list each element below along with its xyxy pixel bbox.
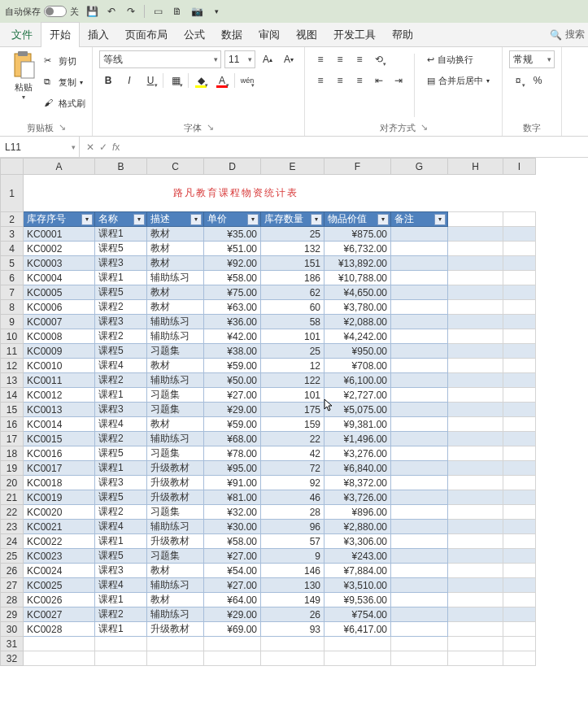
cut-button[interactable]: ✂剪切 [44,52,85,70]
paste-button[interactable]: 粘贴 ▾ [7,50,41,120]
cell[interactable] [503,578,536,593]
cell[interactable]: 课程3 [95,476,147,490]
cell[interactable]: ¥6,417.00 [324,622,391,637]
cell[interactable]: 101 [261,388,324,403]
cell[interactable]: 课程1 [95,534,147,549]
cell[interactable] [448,256,503,271]
indent-decrease-button[interactable]: ⇤ [370,72,388,89]
cell[interactable]: ¥51.00 [204,242,261,256]
search-box[interactable]: 🔍 搜索 [550,28,585,41]
indent-increase-button[interactable]: ⇥ [390,72,407,89]
font-dialog-launcher[interactable]: ↘ [207,122,214,134]
select-all-corner[interactable] [1,159,24,175]
row-header[interactable]: 18 [1,446,24,461]
cell[interactable]: KC0004 [24,271,95,285]
cell[interactable]: KC0026 [24,593,95,607]
cell[interactable]: 辅助练习 [147,315,204,329]
cell[interactable]: ¥9,536.00 [324,593,391,607]
cell[interactable]: 课程2 [95,329,147,344]
number-format-combo[interactable]: 常规 [509,50,555,68]
cell[interactable] [391,564,448,578]
cell[interactable] [204,637,261,651]
increase-font-button[interactable]: A▴ [259,50,277,68]
filter-button[interactable]: ▾ [311,214,322,225]
cell[interactable]: ¥27.00 [204,388,261,403]
cell[interactable]: KC0017 [24,461,95,476]
cell[interactable]: ¥36.00 [204,315,261,329]
align-bottom-button[interactable]: ≡ [351,50,368,68]
cell[interactable]: KC0002 [24,242,95,256]
worksheet-grid[interactable]: A B C D E F G H I 1路凡教育课程物资统计表2库存序号▾名称▾描… [0,158,588,701]
cell[interactable]: 课程1 [95,388,147,403]
cell[interactable]: KC0016 [24,446,95,461]
cell[interactable]: 72 [261,461,324,476]
cell[interactable]: KC0028 [24,622,95,637]
cell[interactable]: ¥10,788.00 [324,271,391,285]
cell[interactable]: ¥29.00 [204,607,261,622]
row-header[interactable]: 28 [1,593,24,607]
cell[interactable]: KC0027 [24,607,95,622]
cell[interactable]: 课程2 [95,300,147,315]
cell[interactable] [448,227,503,242]
row-header[interactable]: 24 [1,534,24,549]
cell[interactable] [391,359,448,373]
cell[interactable] [391,578,448,593]
cell[interactable]: ¥7,884.00 [324,564,391,578]
touch-icon[interactable]: ▭ [151,5,164,18]
cell[interactable]: ¥81.00 [204,490,261,505]
wrap-text-button[interactable]: ↩自动换行 [421,50,495,68]
row-header[interactable]: 9 [1,315,24,329]
cell[interactable]: 教材 [147,242,204,256]
cell[interactable]: ¥29.00 [204,403,261,417]
cell[interactable] [448,359,503,373]
cell[interactable]: 96 [261,520,324,534]
row-header[interactable]: 11 [1,344,24,359]
cell[interactable] [448,403,503,417]
cell[interactable]: KC0008 [24,329,95,344]
cancel-formula-button[interactable]: ✕ [86,142,94,153]
cell[interactable]: ¥92.00 [204,256,261,271]
cell[interactable]: ¥91.00 [204,476,261,490]
filter-button[interactable]: ▾ [377,214,389,225]
clipboard-dialog-launcher[interactable]: ↘ [59,122,66,134]
cell[interactable]: 习题集 [147,344,204,359]
cell[interactable]: 课程5 [95,549,147,564]
cell[interactable] [391,651,448,666]
cell[interactable]: KC0012 [24,388,95,403]
cell[interactable]: ¥950.00 [324,344,391,359]
cell[interactable] [503,549,536,564]
cell[interactable]: ¥32.00 [204,505,261,520]
cell[interactable]: ¥3,306.00 [324,534,391,549]
row-header[interactable]: 3 [1,227,24,242]
cell[interactable] [448,432,503,446]
cell[interactable]: 课程4 [95,359,147,373]
cell[interactable]: 教材 [147,256,204,271]
cell[interactable]: KC0019 [24,490,95,505]
cell[interactable]: 课程3 [95,564,147,578]
cell[interactable]: 58 [261,315,324,329]
cell[interactable]: 习题集 [147,549,204,564]
menu-review[interactable]: 审阅 [250,23,288,47]
cell[interactable] [95,651,147,666]
cell[interactable] [503,388,536,403]
cell[interactable] [503,432,536,446]
cell[interactable] [391,461,448,476]
cell[interactable]: 课程3 [95,256,147,271]
cell[interactable]: 186 [261,271,324,285]
cell[interactable]: 9 [261,549,324,564]
cell[interactable]: 130 [261,578,324,593]
cell[interactable] [503,403,536,417]
cell[interactable] [503,227,536,242]
cell[interactable] [391,637,448,651]
cell[interactable] [448,373,503,388]
cell[interactable] [448,329,503,344]
cell[interactable]: 93 [261,622,324,637]
col-header[interactable]: F [324,159,391,175]
cell[interactable] [503,534,536,549]
menu-help[interactable]: 帮助 [384,23,421,47]
cell[interactable]: 101 [261,329,324,344]
cell[interactable] [503,505,536,520]
cell[interactable]: KC0014 [24,417,95,432]
row-header[interactable]: 27 [1,578,24,593]
merge-center-button[interactable]: ▤合并后居中▾ [421,72,495,89]
